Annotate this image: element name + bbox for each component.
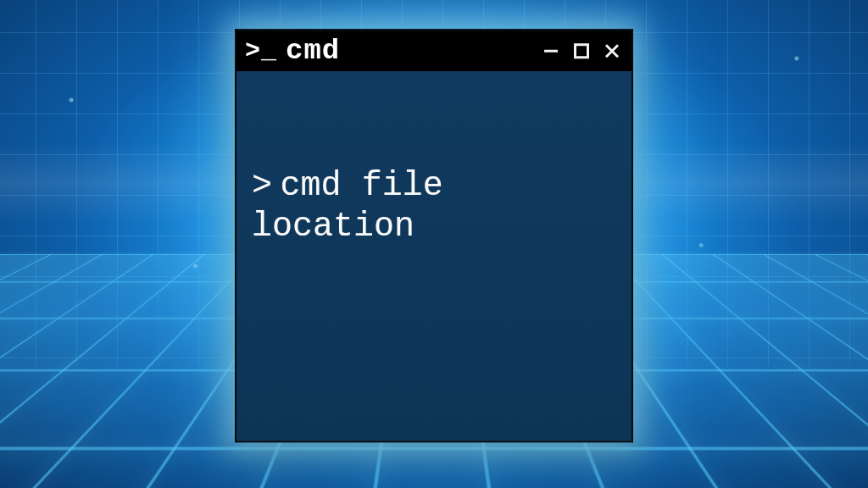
terminal-icon: >_ <box>245 38 277 64</box>
terminal-line: >cmd file location <box>252 166 616 249</box>
minimize-icon[interactable] <box>542 42 560 60</box>
terminal-command: cmd file location <box>252 167 464 247</box>
svg-rect-1 <box>576 45 588 58</box>
window-controls <box>542 42 623 60</box>
titlebar[interactable]: >_ cmd <box>236 30 632 71</box>
close-icon[interactable] <box>603 42 621 60</box>
terminal-body[interactable]: >cmd file location <box>236 71 632 441</box>
maximize-icon[interactable] <box>572 42 591 60</box>
prompt-symbol: > <box>252 167 272 205</box>
window-title: cmd <box>286 35 340 67</box>
terminal-window: >_ cmd >cmd file location <box>235 29 633 442</box>
